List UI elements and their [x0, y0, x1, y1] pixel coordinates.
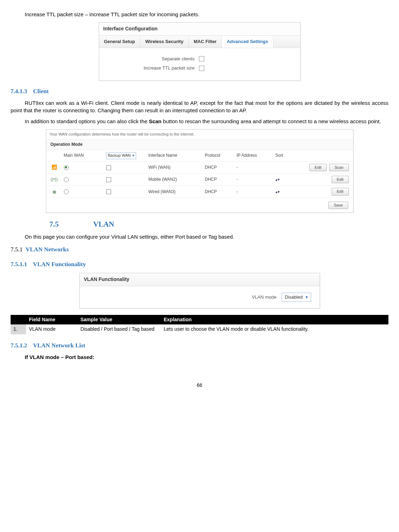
heading-7-5-1-1: 7.5.1.1 VLAN Functionality [11, 260, 388, 269]
vlan-mode-table: Field Name Sample Value Explanation 1. V… [11, 315, 388, 334]
row-num: 1. [11, 324, 26, 334]
tab-advanced-settings[interactable]: Advanced Settings [222, 36, 273, 48]
port-based-note: If VLAN mode – Port based: [11, 353, 388, 361]
tab-wireless-security[interactable]: Wireless Security [140, 36, 189, 48]
ip: - [237, 165, 276, 171]
if-name: Mobile (WAN2) [149, 177, 205, 183]
heading-7-5-1-2: 7.5.1.2 VLAN Network List [11, 341, 388, 350]
th-blank [11, 315, 26, 325]
table-row: ▦ Wired (WAN3) DHCP - ▴▾ Edit [46, 186, 353, 198]
col-interface-name: Interface Name [149, 153, 205, 159]
page-number: 66 [11, 382, 388, 389]
text-fragment: In addition to standard options you can … [25, 118, 149, 124]
heading-text: VLAN [93, 220, 114, 228]
heading-num: 7.4.1.3 [11, 88, 27, 95]
save-button[interactable]: Save [328, 202, 348, 209]
backup-wan-select[interactable]: Backup WAN▾ [106, 152, 136, 159]
main-wan-radio[interactable] [64, 165, 69, 170]
field-name: VLAN mode [26, 324, 78, 334]
operation-mode-panel: Your WAN configuration determines how th… [46, 129, 353, 213]
vlan-intro: On this page you can configure your Virt… [11, 233, 388, 240]
ethernet-icon: ▦ [53, 190, 56, 194]
wifi-icon: 📶 [52, 165, 57, 170]
text-fragment: button to rescan the surrounding area an… [162, 118, 381, 124]
select-value: Disabled [285, 294, 303, 300]
operation-mode-header: Operation Mode [46, 139, 353, 150]
proto: DHCP [205, 177, 237, 183]
main-wan-radio[interactable] [64, 189, 69, 194]
col-sort: Sort [276, 153, 293, 159]
edit-button[interactable]: Edit [332, 188, 349, 195]
sample-value: Disabled / Port based / Tag based [78, 324, 161, 334]
separate-clients-label: Separate clients [106, 56, 195, 62]
heading-7-4-1-3: 7.4.1.3 Client [11, 87, 388, 96]
vlan-mode-label: VLAN mode [252, 294, 277, 300]
separate-clients-checkbox[interactable] [199, 56, 204, 61]
client-paragraph-2: In addition to standard options you can … [11, 118, 388, 125]
interface-config-panel: Interface Configuration General Setup Wi… [99, 22, 301, 81]
ip: - [237, 189, 276, 195]
increase-ttl-checkbox[interactable] [199, 66, 204, 71]
intro-text: Increase TTL packet size – increase TTL … [11, 11, 388, 18]
backup-checkbox[interactable] [106, 177, 111, 182]
panel-title: VLAN Functionality [80, 273, 320, 286]
heading-7-5: 7.5 VLAN [49, 219, 388, 229]
heading-7-5-1: 7.5.1 VLAN Networks [11, 245, 388, 254]
heading-num: 7.5.1 [11, 246, 23, 253]
heading-num: 7.5.1.1 [11, 261, 27, 268]
bold-text: If VLAN mode – Port based: [25, 354, 95, 360]
increase-ttl-label: Increase TTL packet size [106, 65, 195, 71]
tab-mac-filter[interactable]: MAC Filter [189, 36, 222, 48]
chevron-down-icon: ▾ [306, 294, 308, 300]
th-sample-value: Sample Value [78, 315, 161, 325]
heading-text: VLAN Functionality [33, 261, 86, 268]
heading-text: VLAN Network List [33, 342, 85, 349]
heading-num: 7.5 [49, 219, 92, 229]
vlan-functionality-panel: VLAN Functionality VLAN mode Disabled ▾ [79, 273, 320, 309]
backup-checkbox[interactable] [106, 189, 111, 194]
scan-bold: Scan [149, 118, 162, 124]
tab-general-setup[interactable]: General Setup [99, 36, 140, 48]
heading-num: 7.5.1.2 [11, 342, 27, 349]
client-paragraph-1: RUT9xx can work as a Wi-Fi client. Clien… [11, 99, 388, 114]
col-main-wan: Main WAN [62, 153, 106, 159]
edit-button[interactable]: Edit [332, 176, 349, 183]
scan-button[interactable]: Scan [329, 164, 349, 171]
if-name: WiFi (WAN) [149, 165, 205, 171]
heading-text: VLAN Networks [26, 246, 69, 253]
select-label: Backup WAN [108, 153, 131, 157]
explanation: Lets user to choose the VLAN mode or dis… [161, 324, 388, 334]
vlan-mode-select[interactable]: Disabled ▾ [282, 293, 311, 302]
th-explanation: Explanation [161, 315, 388, 325]
proto: DHCP [205, 165, 237, 171]
if-name: Wired (WAN3) [149, 189, 205, 195]
main-wan-radio[interactable] [64, 177, 69, 182]
sort-arrows-icon[interactable]: ▴▾ [276, 190, 280, 194]
chevron-down-icon: ▾ [132, 153, 134, 157]
edit-button[interactable]: Edit [309, 164, 327, 171]
table-row: ((•)) Mobile (WAN2) DHCP - ▴▾ Edit [46, 174, 353, 186]
col-ip-address: IP Address [237, 153, 276, 159]
ip: - [237, 177, 276, 183]
backup-checkbox[interactable] [106, 165, 111, 170]
panel-title: Interface Configuration [99, 23, 300, 36]
table-row: 📶 WiFi (WAN) DHCP - Edit Scan [46, 162, 353, 174]
sort-arrows-icon[interactable]: ▴▾ [276, 177, 280, 181]
proto: DHCP [205, 189, 237, 195]
wan-note: Your WAN configuration determines how th… [46, 130, 353, 139]
th-field-name: Field Name [26, 315, 78, 325]
signal-icon: ((•)) [50, 177, 58, 182]
heading-text: Client [33, 88, 49, 95]
col-protocol: Protocol [205, 153, 237, 159]
